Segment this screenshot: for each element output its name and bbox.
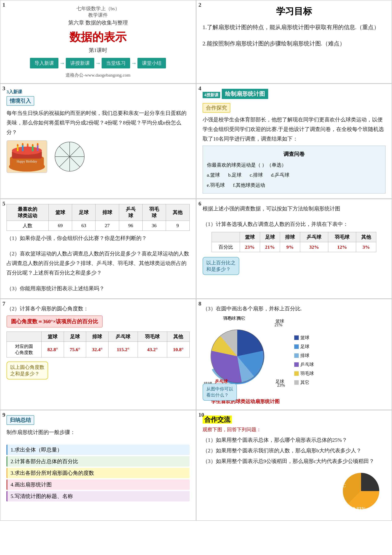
- svg-text:Happy Birthday: Happy Birthday: [17, 160, 37, 164]
- coop-tag: 合作探究: [203, 103, 230, 113]
- svg-point-12: [32, 144, 34, 147]
- angle-col-basketball: 篮球: [42, 332, 64, 342]
- col-sport: 最喜欢的球类运动: [7, 204, 49, 221]
- cell8-bubble: 从图中你可以看出什么？: [203, 384, 237, 401]
- angle-col-volleyball: 排球: [86, 332, 109, 342]
- col-basketball: 篮球: [49, 204, 72, 221]
- label-pct-football2: 23%: [277, 383, 285, 388]
- cell3-images: Happy Birthday: [7, 140, 189, 173]
- main-title: 数据的表示: [7, 29, 189, 45]
- angle-pingpong: 115.2°: [108, 342, 138, 358]
- pct-football: 21%: [260, 242, 280, 252]
- learning-obj-1: 1.了解扇形统计图的特点，能从扇形统计图中获取有用的信息.（重点）: [203, 22, 386, 32]
- cell-number-10: 10: [199, 412, 204, 418]
- col-pingpong: 乒乓球: [119, 204, 142, 221]
- angle-col-other: 其他: [167, 332, 189, 342]
- cell-10: 10 合作交流 观察下图，回答下列问题： （1）如果用整个圆表示总体，那么哪个扇…: [196, 410, 392, 521]
- cell-7: 7 （2）计算各个扇形的圆心角度数： 圆心角度数＝360°×该项所占的百分比 篮…: [0, 299, 196, 410]
- svg-point-13: [37, 143, 38, 146]
- cell-6: 6 根据上述小强的调查数据，可以按如下方法绘制扇形统计图 （1）计算各选项人数占…: [196, 199, 392, 299]
- pct-col-volleyball: 排球: [280, 232, 300, 242]
- count-volleyball: 27: [95, 221, 119, 231]
- legend-color-volleyball: [294, 353, 299, 358]
- divided-circle: [53, 140, 86, 173]
- nav-item-summary[interactable]: 课堂小结: [138, 58, 166, 68]
- svg-point-10: [22, 143, 24, 146]
- cell10-q1: （1）如果用整个圆表示总体，那么哪个扇形表示总体的25%？: [203, 435, 386, 445]
- cell3-section-tag: 情境引入: [7, 96, 34, 106]
- legend-pingpong: 乒乓球: [294, 360, 314, 369]
- legend-color-badminton: [294, 371, 299, 376]
- legend-label-pingpong: 乒乓球: [300, 360, 314, 369]
- website: 道格办公-www.daogebangong.com: [7, 72, 189, 78]
- legend-badminton: 羽毛球: [294, 369, 314, 378]
- row-count-label: 人数: [7, 221, 49, 231]
- svg-point-9: [17, 144, 19, 147]
- pct-col-pingpong: 乒乓球: [300, 232, 328, 242]
- nav-item-practice[interactable]: 当堂练习: [102, 58, 130, 68]
- coop-title: 合作交流: [203, 416, 232, 424]
- step-5: 5.写清统计图的标题、名称: [7, 491, 189, 501]
- sports-data-table: 最喜欢的球类运动 篮球 足球 排球 乒乓球 羽毛球 其他 人数 69 63 27…: [7, 204, 189, 231]
- legend-other: 其它: [294, 378, 314, 387]
- cell6-bubble: 以上百分比之和是多少？: [203, 257, 239, 275]
- svg-rect-6: [27, 145, 29, 151]
- cell-number-6: 6: [199, 200, 201, 207]
- cell-number-2: 2: [199, 2, 201, 8]
- svg-rect-7: [32, 146, 34, 151]
- cell3-section-header: 情境引入: [7, 96, 189, 106]
- col-football: 足球: [72, 204, 95, 221]
- legend-label-badminton: 羽毛球: [300, 369, 314, 378]
- survey-a3: c.排球: [250, 170, 263, 180]
- nav-arrow-1: →: [59, 60, 65, 66]
- count-basketball: 69: [49, 221, 72, 231]
- learning-obj-2: 2.能按照制作扇形统计图的步骤绘制扇形统计图.（难点）: [203, 38, 386, 49]
- survey-a6: f.其他球类运动: [233, 181, 265, 190]
- svg-point-11: [27, 144, 29, 146]
- angle-col-badminton: 羽毛球: [138, 332, 167, 342]
- nav-arrow-3: →: [131, 60, 137, 66]
- nav-item-intro[interactable]: 导入新课: [30, 58, 58, 68]
- survey-a1: a.篮球: [207, 170, 220, 180]
- cell-number-9: 9: [2, 412, 5, 418]
- survey-title: 调查问卷: [207, 149, 381, 159]
- nav-item-teach[interactable]: 讲授新课: [66, 58, 94, 68]
- mini-pie-label-a: A: [380, 474, 384, 480]
- legend-label-football: 足球: [300, 342, 309, 351]
- pie-svg-proper: [203, 321, 272, 391]
- count-other: 9: [166, 221, 189, 231]
- cell-3: 3 3入新课 情境引入 每年当生日快乐的祝福如约而至的时候，我们总要和亲友一起分…: [0, 83, 196, 199]
- cell-number-5: 5: [2, 200, 5, 207]
- cell7-bubble: 以上圆心角度数之和是多少？: [7, 362, 48, 380]
- cell5-q2: （2）喜欢篮球运动的人数占调查总人数的百分比是多少？喜欢足球运动的人数占调查总人…: [7, 249, 189, 278]
- cell8-q3-label: （3）在圆中画出各个扇形，并标上百分比.: [203, 304, 386, 314]
- angle-volleyball: 32.4°: [86, 342, 109, 358]
- col-volleyball: 排球: [95, 204, 119, 221]
- cell-number-1: 1: [2, 2, 5, 8]
- pct-col-badminton: 羽毛球: [328, 232, 356, 242]
- angle-col-label: [7, 332, 42, 342]
- pct-col-label: [212, 232, 240, 242]
- cell5-q1: （1）如果你是小强，你会组织什么比赛？你是怎样判断的？: [7, 234, 189, 243]
- legend-label-basketball: 篮球: [300, 333, 309, 342]
- legend-color-basketball: [294, 336, 299, 340]
- cell-8: 8 （3）在圆中画出各个扇形，并标上百分比. 羽毛球 其它 12% 3% 篮球 …: [196, 299, 392, 410]
- survey-question: 你最喜欢的球类运动是（ ）（单选）: [207, 161, 381, 170]
- pct-volleyball: 9%: [280, 242, 300, 252]
- cell10-title-area: 合作交流: [203, 415, 386, 424]
- pct-col-football: 足球: [260, 232, 280, 242]
- step-2: 2.计算各部分占总体的百分比: [7, 456, 189, 467]
- survey-a5: e.羽毛球: [207, 181, 225, 190]
- mini-pie-container: A B 33% C: [203, 471, 386, 516]
- legend-label-other: 其它: [300, 378, 309, 387]
- cake-image: Happy Birthday: [7, 140, 47, 173]
- cell6-q1: （1）计算各选项人数占调查总人数的百分比，并填在下表中：: [203, 219, 386, 229]
- cell-9: 9 归纳总结 制作扇形统计图的一般步骤： 1.求出全体（即总量） 2.计算各部分…: [0, 410, 196, 521]
- subtitle-top: 七年级数学上（bs）教学课件: [7, 5, 189, 18]
- summary-intro: 制作扇形统计图的一般步骤：: [7, 428, 189, 437]
- legend-basketball: 篮球: [294, 333, 314, 342]
- mini-pie-wrapper: A B 33% C: [341, 471, 385, 516]
- survey-box: 调查问卷 你最喜欢的球类运动是（ ）（单选） a.篮球 b.足球 c.排球 d.…: [203, 146, 386, 193]
- svg-rect-5: [22, 145, 24, 151]
- mini-pie-label-b: B 33%: [352, 506, 366, 511]
